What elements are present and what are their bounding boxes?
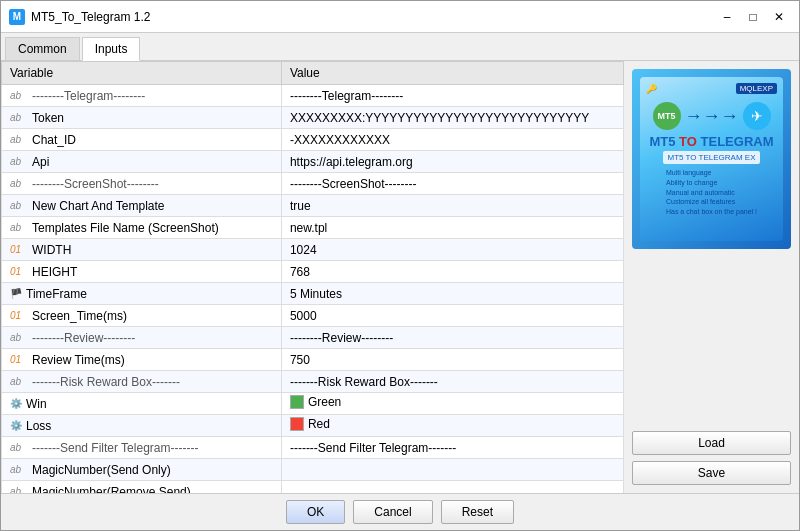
sidebar: 🔑 MQLEXP MT5 →→→ ✈ MT5 TO TELEGRAM MT5 T… (624, 61, 799, 493)
value-cell: -------Risk Reward Box------- (281, 371, 623, 393)
table-row: 01HEIGHT768 (2, 261, 624, 283)
table-row: ab-------Risk Reward Box--------------Ri… (2, 371, 624, 393)
table-row: abApihttps://api.telegram.org (2, 151, 624, 173)
variable-cell: ⚙️Loss (2, 415, 282, 437)
product-logo-row: 🔑 MQLEXP (646, 83, 777, 94)
table-row: 🏴TimeFrame5 Minutes (2, 283, 624, 305)
value-cell: 5000 (281, 305, 623, 327)
tab-common[interactable]: Common (5, 37, 80, 60)
variable-cell: abMagicNumber(Remove Send) (2, 481, 282, 494)
variable-cell: abNew Chart And Template (2, 195, 282, 217)
value-cell: -------Send Filter Telegram------- (281, 437, 623, 459)
table-row: 01Review Time(ms)750 (2, 349, 624, 371)
table-row: ab--------Telegram----------------Telegr… (2, 85, 624, 107)
value-cell: https://api.telegram.org (281, 151, 623, 173)
footer: OK Cancel Reset (1, 493, 799, 530)
variable-cell: 01Review Time(ms) (2, 349, 282, 371)
maximize-button[interactable]: □ (741, 7, 765, 27)
table-row: abMagicNumber(Remove Send) (2, 481, 624, 494)
value-cell: new.tpl (281, 217, 623, 239)
table-row: ab-------Send Filter Telegram-----------… (2, 437, 624, 459)
product-title: MT5 TO TELEGRAM (649, 134, 773, 149)
variable-cell: ⚙️Win (2, 393, 282, 415)
save-button[interactable]: Save (632, 461, 791, 485)
variable-cell: ab--------ScreenShot-------- (2, 173, 282, 195)
window-controls: – □ ✕ (715, 7, 791, 27)
value-cell (281, 481, 623, 494)
arrow-row: MT5 →→→ ✈ (646, 102, 777, 130)
product-logo: 🔑 (646, 84, 657, 94)
table-row: abChat_ID-XXXXXXXXXXXX (2, 129, 624, 151)
product-features: Multi language Ability to change Manual … (666, 168, 757, 217)
minimize-button[interactable]: – (715, 7, 739, 27)
title-bar: M MT5_To_Telegram 1.2 – □ ✕ (1, 1, 799, 33)
product-box: 🔑 MQLEXP MT5 →→→ ✈ MT5 TO TELEGRAM MT5 T… (632, 69, 791, 249)
cancel-button[interactable]: Cancel (353, 500, 432, 524)
ok-button[interactable]: OK (286, 500, 345, 524)
variable-cell: 01Screen_Time(ms) (2, 305, 282, 327)
sidebar-buttons: Load Save (632, 431, 791, 485)
tab-bar: Common Inputs (1, 33, 799, 61)
value-cell: -XXXXXXXXXXXX (281, 129, 623, 151)
parameters-table-area[interactable]: Variable Value ab--------Telegram-------… (1, 61, 624, 493)
table-row: abMagicNumber(Send Only) (2, 459, 624, 481)
variable-cell: ab--------Review-------- (2, 327, 282, 349)
value-cell: Red (281, 415, 623, 437)
value-cell: 5 Minutes (281, 283, 623, 305)
variable-cell: abTemplates File Name (ScreenShot) (2, 217, 282, 239)
table-row: ab--------Review----------------Review--… (2, 327, 624, 349)
variable-cell: 01HEIGHT (2, 261, 282, 283)
main-content: Variable Value ab--------Telegram-------… (1, 61, 799, 493)
window-icon: M (9, 9, 25, 25)
value-cell: true (281, 195, 623, 217)
variable-cell: abChat_ID (2, 129, 282, 151)
table-row: ab--------ScreenShot----------------Scre… (2, 173, 624, 195)
value-cell: 1024 (281, 239, 623, 261)
value-cell (281, 459, 623, 481)
table-row: abTemplates File Name (ScreenShot)new.tp… (2, 217, 624, 239)
variable-cell: ab-------Send Filter Telegram------- (2, 437, 282, 459)
variable-cell: ab-------Risk Reward Box------- (2, 371, 282, 393)
reset-button[interactable]: Reset (441, 500, 514, 524)
col-value: Value (281, 62, 623, 85)
value-cell: XXXXXXXXX:YYYYYYYYYYYYYYYYYYYYYYYYYYYY (281, 107, 623, 129)
col-variable: Variable (2, 62, 282, 85)
close-button[interactable]: ✕ (767, 7, 791, 27)
variable-cell: abToken (2, 107, 282, 129)
title-bar-left: M MT5_To_Telegram 1.2 (9, 9, 150, 25)
arrow-icon: →→→ (685, 106, 739, 127)
main-window: M MT5_To_Telegram 1.2 – □ ✕ Common Input… (0, 0, 800, 531)
mt5-icon: MT5 (653, 102, 681, 130)
table-row: 01WIDTH1024 (2, 239, 624, 261)
table-row: abNew Chart And Templatetrue (2, 195, 624, 217)
product-box-inner: 🔑 MQLEXP MT5 →→→ ✈ MT5 TO TELEGRAM MT5 T… (640, 77, 783, 241)
variable-cell: abApi (2, 151, 282, 173)
variable-cell: ab--------Telegram-------- (2, 85, 282, 107)
value-cell: --------Review-------- (281, 327, 623, 349)
tab-inputs[interactable]: Inputs (82, 37, 141, 61)
window-title: MT5_To_Telegram 1.2 (31, 10, 150, 24)
value-cell: --------ScreenShot-------- (281, 173, 623, 195)
value-cell: --------Telegram-------- (281, 85, 623, 107)
value-cell: 750 (281, 349, 623, 371)
load-button[interactable]: Load (632, 431, 791, 455)
variable-cell: 01WIDTH (2, 239, 282, 261)
table-row: ⚙️WinGreen (2, 393, 624, 415)
table-row: abTokenXXXXXXXXX:YYYYYYYYYYYYYYYYYYYYYYY… (2, 107, 624, 129)
variable-cell: 🏴TimeFrame (2, 283, 282, 305)
telegram-icon: ✈ (743, 102, 771, 130)
product-subtitle: MT5 TO TELEGRAM EX (663, 151, 759, 164)
table-row: ⚙️LossRed (2, 415, 624, 437)
table-row: 01Screen_Time(ms)5000 (2, 305, 624, 327)
mqlexp-badge: MQLEXP (736, 83, 777, 94)
parameters-table: Variable Value ab--------Telegram-------… (1, 61, 624, 493)
variable-cell: abMagicNumber(Send Only) (2, 459, 282, 481)
value-cell: Green (281, 393, 623, 415)
value-cell: 768 (281, 261, 623, 283)
